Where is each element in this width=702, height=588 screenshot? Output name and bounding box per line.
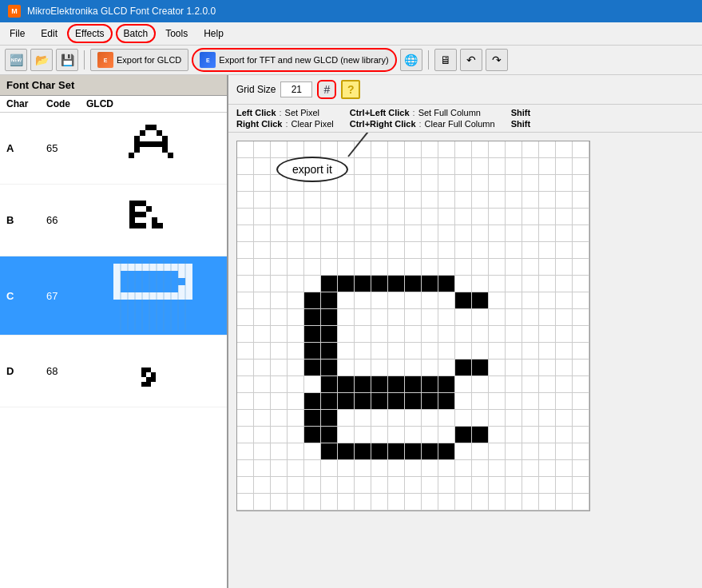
grid-cell[interactable] [355,410,371,427]
grid-size-input[interactable] [280,81,312,97]
grid-cell[interactable] [438,276,455,292]
grid-cell[interactable] [522,477,539,494]
grid-cell[interactable] [405,259,422,276]
grid-cell[interactable] [254,427,271,443]
grid-cell[interactable] [388,393,405,410]
grid-cell[interactable] [506,494,522,511]
grid-cell[interactable] [522,309,539,326]
grid-cell[interactable] [237,209,254,225]
grid-cell[interactable] [371,494,388,511]
grid-cell[interactable] [388,141,405,158]
grid-cell[interactable] [522,158,539,175]
grid-cell[interactable] [371,427,388,443]
grid-cell[interactable] [472,209,489,225]
grid-cell[interactable] [422,158,438,175]
grid-cell[interactable] [321,393,338,410]
grid-cell[interactable] [506,326,522,343]
grid-cell[interactable] [438,225,455,242]
grid-cell[interactable] [355,443,371,460]
grid-cell[interactable] [371,360,388,376]
grid-cell[interactable] [371,141,388,158]
grid-cell[interactable] [489,175,506,192]
grid-cell[interactable] [237,292,254,309]
grid-cell[interactable] [556,427,573,443]
grid-cell[interactable] [556,477,573,494]
grid-cell[interactable] [455,292,472,309]
grid-cell[interactable] [472,276,489,292]
grid-cell[interactable] [422,326,438,343]
grid-cell[interactable] [472,427,489,443]
redo-button[interactable]: ↷ [486,49,508,71]
grid-cell[interactable] [438,309,455,326]
menu-file[interactable]: File [3,26,31,42]
grid-cell[interactable] [422,393,438,410]
grid-cell[interactable] [271,360,288,376]
grid-cell[interactable] [271,259,288,276]
menu-help[interactable]: Help [197,26,230,42]
grid-cell[interactable] [237,175,254,192]
grid-cell[interactable] [288,494,304,511]
grid-cell[interactable] [371,192,388,209]
grid-cell[interactable] [556,225,573,242]
grid-cell[interactable] [271,343,288,360]
grid-cell[interactable] [304,141,321,158]
grid-cell[interactable] [304,343,321,360]
grid-cell[interactable] [355,494,371,511]
grid-cell[interactable] [254,477,271,494]
grid-cell[interactable] [438,494,455,511]
grid-cell[interactable] [237,192,254,209]
grid-cell[interactable] [438,427,455,443]
grid-cell[interactable] [338,309,355,326]
grid-cell[interactable] [338,141,355,158]
grid-cell[interactable] [355,376,371,393]
grid-cell[interactable] [539,360,556,376]
grid-cell[interactable] [506,427,522,443]
grid-cell[interactable] [573,192,589,209]
grid-cell[interactable] [405,494,422,511]
grid-cell[interactable] [522,376,539,393]
grid-cell[interactable] [539,326,556,343]
grid-cell[interactable] [522,242,539,259]
grid-cell[interactable] [506,460,522,477]
grid-cell[interactable] [405,242,422,259]
grid-cell[interactable] [455,175,472,192]
grid-cell[interactable] [371,209,388,225]
grid-cell[interactable] [321,443,338,460]
grid-cell[interactable] [388,410,405,427]
grid-cell[interactable] [388,376,405,393]
grid-cell[interactable] [506,477,522,494]
grid-cell[interactable] [254,158,271,175]
grid-cell[interactable] [355,141,371,158]
grid-cell[interactable] [237,158,254,175]
menu-effects[interactable]: Effects [67,24,112,43]
grid-cell[interactable] [506,225,522,242]
grid-cell[interactable] [539,225,556,242]
grid-cell[interactable] [304,477,321,494]
grid-cell[interactable] [388,309,405,326]
grid-cell[interactable] [371,477,388,494]
grid-cell[interactable] [522,427,539,443]
grid-cell[interactable] [271,477,288,494]
grid-cell[interactable] [254,175,271,192]
font-row-a[interactable]: A 65 [0,113,227,185]
grid-cell[interactable] [371,343,388,360]
grid-cell[interactable] [254,242,271,259]
grid-cell[interactable] [355,460,371,477]
grid-cell[interactable] [573,259,589,276]
grid-cell[interactable] [355,192,371,209]
grid-cell[interactable] [506,259,522,276]
grid-cell[interactable] [489,360,506,376]
grid-cell[interactable] [288,158,304,175]
grid-cell[interactable] [254,259,271,276]
grid-cell[interactable] [338,292,355,309]
grid-cell[interactable] [254,225,271,242]
grid-cell[interactable] [288,360,304,376]
grid-cell[interactable] [573,410,589,427]
grid-cell[interactable] [455,225,472,242]
grid-cell[interactable] [254,276,271,292]
grid-cell[interactable] [472,242,489,259]
grid-cell[interactable] [304,192,321,209]
grid-cell[interactable] [288,460,304,477]
grid-cell[interactable] [271,427,288,443]
grid-cell[interactable] [254,192,271,209]
